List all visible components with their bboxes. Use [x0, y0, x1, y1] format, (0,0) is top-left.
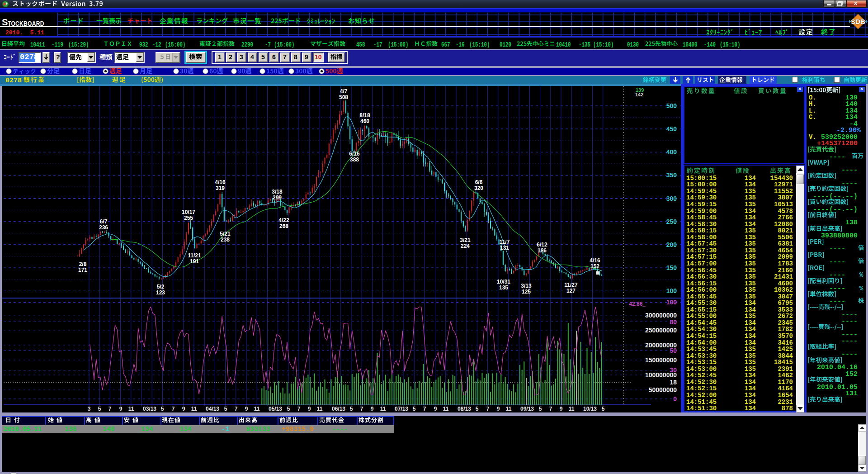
- svg-text:09/13: 09/13: [520, 406, 534, 412]
- svg-text:11: 11: [128, 406, 134, 412]
- svg-text:127: 127: [566, 288, 576, 294]
- svg-text:142_: 142_: [635, 92, 646, 97]
- svg-text:9: 9: [434, 406, 437, 412]
- svg-text:05/13: 05/13: [269, 406, 282, 412]
- svg-text:04/13: 04/13: [206, 406, 219, 412]
- svg-text:191: 191: [190, 258, 199, 265]
- svg-text:123: 123: [156, 289, 165, 296]
- svg-text:07/13: 07/13: [395, 406, 408, 412]
- svg-text:11: 11: [254, 406, 260, 412]
- svg-text:131: 131: [500, 245, 509, 251]
- svg-text:5: 5: [602, 406, 605, 412]
- svg-text:SDB: SDB: [851, 18, 865, 25]
- svg-text:186: 186: [538, 247, 547, 254]
- svg-text:400: 400: [666, 148, 677, 156]
- svg-text:06/13: 06/13: [332, 406, 345, 412]
- svg-text:4/22: 4/22: [278, 217, 289, 223]
- svg-text:224: 224: [461, 243, 470, 249]
- svg-text:03/13: 03/13: [143, 406, 156, 412]
- svg-text:3/13: 3/13: [521, 283, 532, 289]
- svg-text:11/7: 11/7: [500, 239, 510, 245]
- svg-text:5/2: 5/2: [157, 284, 165, 290]
- svg-text:5/21: 5/21: [220, 231, 231, 237]
- svg-text:08/13: 08/13: [458, 406, 471, 412]
- svg-text:319: 319: [216, 185, 225, 191]
- svg-text:3/18: 3/18: [272, 189, 283, 195]
- svg-text:11: 11: [191, 406, 197, 412]
- svg-text:11: 11: [317, 406, 323, 412]
- svg-text:4/7: 4/7: [340, 88, 348, 95]
- svg-text:3/21: 3/21: [460, 237, 471, 243]
- svg-text:6/7: 6/7: [100, 218, 108, 225]
- svg-text:11/27: 11/27: [564, 282, 578, 288]
- svg-text:11: 11: [506, 406, 512, 412]
- svg-text:9: 9: [497, 406, 500, 412]
- svg-text:299: 299: [273, 194, 282, 201]
- svg-text:11: 11: [443, 406, 449, 412]
- svg-text:7: 7: [297, 406, 301, 412]
- svg-text:5: 5: [161, 406, 164, 412]
- svg-text:5: 5: [287, 406, 290, 412]
- svg-text:460: 460: [360, 118, 369, 124]
- svg-text:10/17: 10/17: [182, 209, 195, 215]
- svg-text:10/31: 10/31: [497, 279, 510, 285]
- svg-text:7: 7: [235, 406, 238, 412]
- svg-text:5: 5: [98, 406, 101, 412]
- svg-text:125: 125: [522, 289, 531, 295]
- svg-text:500: 500: [666, 102, 677, 109]
- svg-text:268: 268: [279, 223, 288, 229]
- svg-text:320: 320: [474, 185, 483, 191]
- svg-text:236: 236: [99, 224, 108, 231]
- svg-text:4/16: 4/16: [590, 257, 600, 264]
- svg-text:7: 7: [108, 406, 112, 412]
- svg-text:2/8: 2/8: [79, 261, 87, 267]
- svg-text:5: 5: [476, 406, 479, 412]
- svg-text:171: 171: [78, 267, 87, 273]
- svg-text:9: 9: [182, 406, 185, 412]
- svg-text:7: 7: [549, 406, 552, 412]
- svg-text:11: 11: [569, 406, 575, 412]
- svg-text:10/13: 10/13: [583, 406, 597, 412]
- svg-text:11/21: 11/21: [188, 252, 201, 259]
- svg-text:152: 152: [590, 263, 599, 270]
- svg-text:3: 3: [88, 406, 91, 412]
- svg-text:11: 11: [380, 406, 386, 412]
- svg-text:508: 508: [339, 94, 348, 100]
- svg-text:7: 7: [172, 406, 175, 412]
- svg-text:5: 5: [224, 406, 227, 412]
- svg-text:7: 7: [360, 406, 363, 412]
- svg-text:7: 7: [486, 406, 490, 412]
- svg-text:5: 5: [539, 406, 542, 412]
- svg-text:4/16: 4/16: [215, 179, 226, 185]
- svg-text:388: 388: [350, 156, 359, 163]
- svg-text:6/16: 6/16: [349, 151, 360, 157]
- svg-text:5: 5: [413, 406, 416, 412]
- svg-text:238: 238: [221, 237, 230, 243]
- svg-text:9: 9: [119, 406, 123, 412]
- svg-text:7: 7: [423, 406, 426, 412]
- svg-text:6/6: 6/6: [475, 179, 483, 185]
- svg-text:450: 450: [666, 125, 677, 133]
- svg-text:5: 5: [350, 406, 353, 412]
- svg-text:9: 9: [560, 406, 563, 412]
- svg-text:6/12: 6/12: [537, 242, 547, 248]
- svg-text:135: 135: [499, 284, 508, 291]
- svg-text:9: 9: [245, 406, 248, 412]
- svg-text:8/18: 8/18: [359, 112, 370, 118]
- svg-text:255: 255: [184, 215, 193, 221]
- svg-text:9: 9: [308, 406, 311, 412]
- svg-text:9: 9: [371, 406, 374, 412]
